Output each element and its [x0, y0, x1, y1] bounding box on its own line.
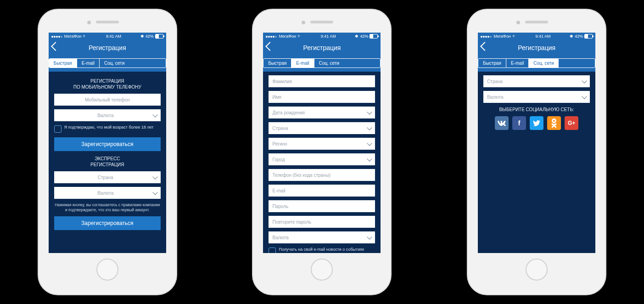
content-area: РЕГИСТРАЦИЯ ПО МОБИЛЬНОМУ ТЕЛЕФОНУ Мобил…: [49, 72, 166, 253]
placeholder: Имя: [272, 95, 281, 100]
password-repeat-input[interactable]: Повторите пароль: [269, 216, 375, 228]
mobile-phone-input[interactable]: Мобильный телефон: [54, 94, 161, 106]
bluetooth-icon: ✱: [570, 34, 573, 39]
currency-select[interactable]: Валюта: [269, 231, 375, 243]
chevron-down-icon: [367, 234, 372, 239]
home-button[interactable]: [311, 259, 333, 281]
placeholder: Валюта: [58, 113, 153, 118]
checkbox-icon[interactable]: [54, 125, 62, 133]
placeholder: Регион: [272, 141, 287, 146]
back-icon[interactable]: [266, 42, 275, 51]
currency-select[interactable]: Валюта: [483, 91, 590, 103]
tab-email[interactable]: E-mail: [506, 59, 529, 68]
lastname-input[interactable]: Фамилия: [269, 75, 375, 87]
tab-fast[interactable]: Быстрая: [263, 59, 291, 68]
signal-dots-icon: [266, 34, 277, 39]
placeholder: Валюта: [487, 95, 503, 100]
wifi-icon: ᯤ: [297, 34, 302, 39]
phone-mockup-social: МегаФон ᯤ 9:41 AM ✱ 42% Регистрация Быст…: [468, 10, 605, 294]
currency-select[interactable]: Валюта: [54, 109, 161, 121]
back-icon[interactable]: [51, 42, 60, 51]
clock-label: 9:41 AM: [535, 34, 550, 39]
battery-pct: 42%: [575, 34, 583, 39]
currency-select-2[interactable]: Валюта: [54, 187, 161, 199]
vk-glyph: [498, 121, 506, 126]
segmented-control: Быстрая E-mail Соц. сети: [263, 58, 381, 68]
google-plus-icon[interactable]: G+: [565, 116, 578, 130]
section-header-express: ЭКСПРЕСС РЕГИСТРАЦИЯ: [54, 156, 161, 168]
country-select[interactable]: Страна: [483, 75, 590, 87]
tab-social[interactable]: Соц. сети: [529, 59, 558, 68]
odnoklassniki-icon[interactable]: [547, 116, 561, 130]
home-button[interactable]: [526, 259, 548, 281]
placeholder: Валюта: [58, 191, 153, 196]
nav-bar: Регистрация: [478, 40, 595, 56]
speaker: [525, 21, 548, 23]
tab-fast[interactable]: Быстрая: [478, 59, 506, 68]
tab-email[interactable]: E-mail: [77, 59, 100, 68]
tab-fast[interactable]: Быстрая: [49, 59, 77, 68]
country-select[interactable]: Страна: [269, 122, 375, 134]
tab-social[interactable]: Соц. сети: [100, 59, 129, 68]
wifi-icon: ᯤ: [83, 34, 87, 39]
password-input[interactable]: Пароль: [269, 200, 375, 212]
signal-dots-icon: [481, 34, 492, 39]
chevron-down-icon: [582, 94, 587, 99]
battery-icon: [584, 34, 593, 39]
chevron-down-icon: [582, 78, 587, 83]
status-bar: МегаФон ᯤ 9:41 AM ✱ 42%: [478, 33, 595, 40]
tab-email[interactable]: E-mail: [291, 59, 314, 68]
content-area: Страна Валюта ВЫБЕРИТЕ СОЦИАЛЬНУЮ СЕТЬ: …: [478, 72, 595, 253]
phone-input[interactable]: Телефон (без кода страны): [269, 169, 375, 181]
tabs-container: Быстрая E-mail Соц. сети: [49, 56, 166, 72]
placeholder: Пароль: [272, 204, 288, 209]
battery-icon: [370, 34, 378, 39]
newsletter-row[interactable]: Получать на свой e-mail новости о событи…: [269, 247, 375, 253]
age-confirm-row[interactable]: Я подтверждаю, что мой возраст более 18 …: [54, 125, 161, 133]
status-bar: МегаФон ᯤ 9:41 AM ✱ 42%: [263, 33, 381, 40]
placeholder: Повторите пароль: [272, 220, 311, 225]
home-button[interactable]: [96, 259, 118, 281]
app-screen: МегаФон ᯤ 9:41 AM ✱ 42% Регистрация Быст…: [263, 33, 381, 253]
ok-glyph: [551, 118, 557, 128]
camera-dot: [516, 21, 520, 24]
battery-icon: [155, 34, 163, 39]
segmented-control: Быстрая E-mail Соц. сети: [478, 58, 595, 68]
chevron-down-icon: [367, 156, 372, 161]
register-button-2[interactable]: Зарегистрироваться: [54, 216, 161, 230]
dob-select[interactable]: Дата рождения: [269, 107, 375, 118]
city-select[interactable]: Город: [269, 153, 375, 165]
checkbox-icon[interactable]: [269, 248, 276, 253]
vk-icon[interactable]: [495, 116, 509, 130]
firstname-input[interactable]: Имя: [269, 91, 375, 103]
twitter-glyph: [533, 120, 540, 126]
placeholder: Дата рождения: [272, 110, 305, 115]
chevron-down-icon: [152, 190, 157, 195]
country-select[interactable]: Страна: [54, 171, 161, 183]
bluetooth-icon: ✱: [355, 34, 358, 39]
facebook-icon[interactable]: f: [512, 116, 526, 130]
region-select[interactable]: Регион: [269, 138, 375, 150]
carrier-label: МегаФон: [493, 34, 511, 39]
camera-dot: [302, 21, 305, 24]
nav-bar: Регистрация: [263, 40, 381, 56]
content-area: Фамилия Имя Дата рождения Страна Регион …: [263, 72, 381, 253]
email-input[interactable]: E-mail: [269, 185, 375, 197]
phone-mockup-email: МегаФон ᯤ 9:41 AM ✱ 42% Регистрация Быст…: [253, 10, 391, 294]
camera-dot: [87, 21, 91, 24]
placeholder: Страна: [487, 79, 503, 84]
register-button[interactable]: Зарегистрироваться: [54, 137, 161, 151]
bluetooth-icon: ✱: [140, 34, 144, 39]
placeholder: Валюта: [272, 235, 288, 240]
legal-text: Нажимая кнопку, вы соглашаетесь с правил…: [54, 203, 161, 213]
tab-social[interactable]: Соц. сети: [314, 59, 344, 68]
phone-mockup-fast: МегаФон ᯤ 9:41 AM ✱ 42% Регистрация Быст…: [39, 10, 176, 294]
twitter-icon[interactable]: [530, 116, 543, 130]
carrier-label: МегаФон: [279, 34, 296, 39]
newsletter-label: Получать на свой e-mail новости о событи…: [279, 247, 364, 253]
placeholder: Телефон (без кода страны): [272, 173, 330, 178]
battery-pct: 42%: [146, 34, 154, 39]
back-icon[interactable]: [480, 42, 489, 51]
page-title: Регистрация: [518, 44, 555, 51]
tabs-container: Быстрая E-mail Соц. сети: [478, 56, 595, 72]
